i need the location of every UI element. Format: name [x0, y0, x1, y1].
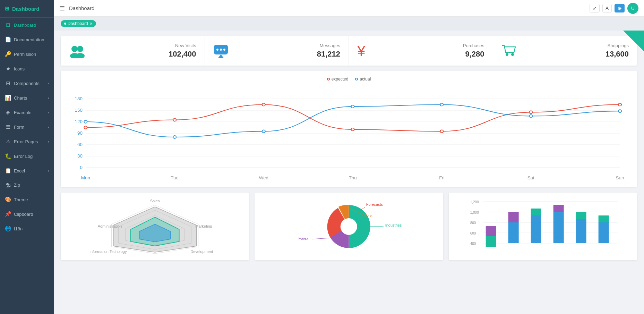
messages-label: Messages	[320, 43, 340, 48]
menu-icon[interactable]: ☰	[59, 5, 65, 12]
svg-text:90: 90	[77, 131, 83, 136]
svg-point-0	[71, 46, 78, 52]
stats-row: New Visits 102,400 Messages 81,212 ¥ Pur…	[61, 36, 637, 66]
svg-point-6	[220, 49, 222, 51]
line-chart-area: expected actual 0306090120150180MonTueWe…	[61, 71, 637, 187]
sidebar-item-example[interactable]: ◈ Example ›	[0, 105, 54, 120]
svg-point-37	[440, 130, 443, 133]
sidebar-label-permission: Permission	[14, 52, 36, 57]
svg-point-38	[529, 111, 532, 114]
sidebar-label-icons: Icons	[14, 66, 25, 71]
messages-icon	[213, 44, 229, 58]
svg-text:60: 60	[77, 142, 83, 147]
sidebar-label-i18n: I18n	[14, 226, 23, 231]
stat-card-shoppings: Shoppings 13,600	[493, 36, 637, 66]
sidebar-item-i18n[interactable]: 🌐 I18n	[0, 221, 54, 236]
sidebar-brand[interactable]: ⊞ Dashboard	[0, 0, 54, 18]
svg-line-66	[312, 238, 330, 239]
sidebar-item-theme[interactable]: 🎨 Theme	[0, 192, 54, 207]
charts-icon: 📊	[5, 95, 11, 101]
svg-rect-85	[576, 219, 586, 243]
header-actions: ⤢ A ◉ U	[590, 3, 638, 14]
line-chart-svg: 0306090120150180MonTueWedThuFriSatSun	[66, 84, 632, 181]
brand-icon: ⊞	[5, 6, 9, 12]
shoppings-icon	[501, 44, 517, 58]
chevron-icon: ›	[48, 82, 49, 85]
header: ☰ Dashboard ⤢ A ◉ U	[54, 0, 644, 17]
svg-point-44	[440, 103, 443, 106]
sidebar-label-dashboard: Dashboard	[14, 23, 36, 28]
sidebar-item-zip[interactable]: 🗜 Zip	[0, 178, 54, 192]
svg-text:150: 150	[75, 108, 83, 113]
bar-chart: 1,200 1,000 800 600 400	[449, 193, 637, 260]
breadcrumb-close[interactable]: ✕	[89, 22, 93, 26]
svg-text:Wed: Wed	[259, 176, 268, 180]
svg-point-33	[84, 126, 87, 129]
stat-card-purchases: ¥ Purchases 9,280	[349, 36, 493, 66]
breadcrumb-bar: Dashboard ✕	[54, 17, 644, 31]
components-icon: ⊟	[5, 80, 11, 86]
sidebar-item-charts[interactable]: 📊 Charts ›	[0, 91, 54, 105]
svg-rect-86	[576, 212, 586, 219]
svg-rect-79	[508, 222, 518, 243]
svg-text:Industries: Industries	[385, 223, 402, 227]
sidebar-item-error-log[interactable]: 🐛 Error Log	[0, 149, 54, 163]
svg-text:180: 180	[75, 96, 83, 101]
bottom-charts: Sales Marketing Development Information …	[61, 193, 637, 260]
sidebar-item-documentation[interactable]: 📄 Documentation	[0, 32, 54, 47]
svg-text:400: 400	[470, 242, 476, 246]
purchases-value: 9,280	[465, 50, 484, 59]
svg-point-43	[351, 105, 354, 108]
svg-rect-83	[553, 212, 564, 243]
svg-text:Forex: Forex	[299, 236, 309, 240]
sidebar-item-components[interactable]: ⊟ Components ›	[0, 76, 54, 91]
new-visits-value: 102,400	[169, 50, 196, 59]
svg-marker-8	[218, 54, 224, 58]
font-button[interactable]: A	[602, 4, 612, 12]
fullscreen-button[interactable]: ⤢	[590, 4, 600, 12]
svg-text:Tue: Tue	[171, 176, 179, 180]
sidebar-item-error-pages[interactable]: ⚠ Error Pages ›	[0, 134, 54, 149]
svg-point-58	[341, 218, 357, 235]
main-content: ☰ Dashboard ⤢ A ◉ U Dashboard ✕ New Visi…	[54, 0, 644, 314]
clipboard-icon: 📌	[5, 211, 11, 217]
svg-point-7	[223, 49, 225, 51]
svg-point-34	[173, 119, 176, 121]
sidebar-item-clipboard[interactable]: 📌 Clipboard	[0, 207, 54, 221]
sidebar-label-error-pages: Error Pages	[14, 139, 38, 144]
svg-line-60	[360, 207, 365, 210]
svg-point-46	[618, 110, 621, 112]
documentation-icon: 📄	[5, 36, 11, 43]
svg-text:0: 0	[80, 165, 82, 170]
sidebar: ⊞ Dashboard ⊞ Dashboard 📄 Documentation …	[0, 0, 54, 314]
purchases-icon: ¥	[357, 43, 370, 59]
toggle-button[interactable]: ◉	[615, 4, 625, 12]
sidebar-label-charts: Charts	[14, 95, 27, 101]
sidebar-label-zip: Zip	[14, 183, 20, 188]
svg-rect-88	[598, 215, 609, 222]
radar-chart: Sales Marketing Development Information …	[61, 193, 249, 260]
permission-icon: 🔑	[5, 51, 11, 57]
sidebar-nav: ⊞ Dashboard 📄 Documentation 🔑 Permission…	[0, 18, 54, 236]
brand-label: Dashboard	[12, 6, 39, 12]
svg-point-39	[618, 103, 621, 106]
svg-rect-77	[486, 236, 496, 247]
sidebar-item-form[interactable]: ☰ Form ›	[0, 120, 54, 134]
sidebar-item-excel[interactable]: 📋 Excel ›	[0, 163, 54, 178]
shoppings-label: Shoppings	[608, 43, 629, 48]
avatar[interactable]: U	[627, 3, 638, 14]
svg-point-5	[216, 49, 218, 51]
dashboard-icon: ⊞	[5, 22, 11, 28]
svg-text:Development: Development	[190, 249, 213, 254]
svg-rect-80	[508, 212, 518, 222]
stat-card-messages: Messages 81,212	[205, 36, 349, 66]
svg-point-11	[511, 53, 514, 56]
svg-point-42	[262, 130, 265, 133]
sidebar-item-icons[interactable]: ★ Icons	[0, 61, 54, 76]
svg-text:120: 120	[75, 119, 83, 124]
sidebar-item-permission[interactable]: 🔑 Permission	[0, 47, 54, 61]
sidebar-item-dashboard[interactable]: ⊞ Dashboard	[0, 18, 54, 32]
svg-point-40	[84, 120, 87, 123]
example-icon: ◈	[5, 109, 11, 116]
legend-actual-dot	[355, 78, 358, 80]
